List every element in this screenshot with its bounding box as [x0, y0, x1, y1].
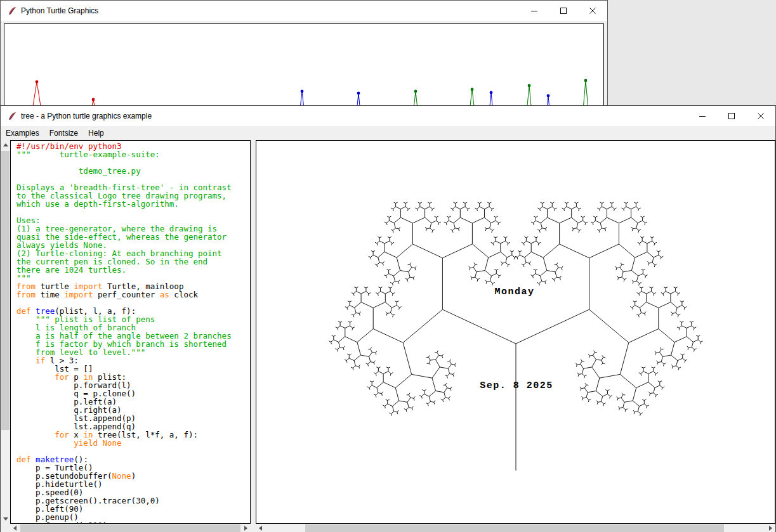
tree-demo-window: tree - a Python turtle graphics example …	[0, 105, 776, 532]
code-text[interactable]: #!/usr/bin/env python3""" turtle-example…	[10, 140, 251, 524]
maximize-icon	[728, 112, 735, 120]
code-vertical-scrollbar[interactable]	[1, 140, 10, 524]
maximize-button[interactable]	[549, 1, 578, 21]
code-horizontal-scrollbar[interactable]	[10, 524, 251, 532]
close-button[interactable]	[578, 1, 607, 21]
arrow-down-icon	[3, 517, 8, 521]
canvas-text: Sep. 8 2025	[480, 380, 553, 391]
scrollbar-thumb[interactable]	[1, 151, 10, 430]
maximize-button[interactable]	[717, 106, 746, 126]
close-icon	[757, 112, 765, 120]
minimize-button[interactable]	[688, 106, 717, 126]
pane-sash[interactable]	[251, 140, 256, 532]
arrow-up-icon	[3, 143, 8, 146]
scroll-right-button[interactable]	[241, 524, 251, 532]
arrow-right-icon	[769, 526, 772, 531]
fractal-tree-drawing	[256, 141, 775, 523]
code-line: yield None	[16, 439, 250, 447]
menu-fontsize[interactable]: Fontsize	[44, 126, 83, 140]
menu-examples[interactable]: Examples	[1, 126, 44, 140]
minimize-icon	[699, 112, 706, 120]
python-turtle-icon	[7, 6, 17, 16]
window-title: tree - a Python turtle graphics example	[21, 112, 152, 120]
code-line	[16, 208, 250, 216]
turtle-drawing-canvas: MondaySep. 8 2025	[256, 140, 775, 524]
maximize-icon	[560, 7, 567, 15]
titlebar[interactable]: tree - a Python turtle graphics example	[1, 106, 775, 126]
scrollbar-corner	[1, 524, 10, 532]
window-title: Python Turtle Graphics	[21, 6, 98, 15]
scroll-up-button[interactable]	[1, 140, 10, 150]
code-line: tdemo_tree.py	[16, 167, 250, 175]
arrow-right-icon	[244, 526, 247, 531]
menu-help[interactable]: Help	[83, 126, 109, 140]
code-line: there are 1024 turtles.	[16, 266, 250, 274]
code-line: from time import perf_counter as clock	[16, 290, 250, 299]
scroll-left-button[interactable]	[256, 524, 265, 532]
scroll-left-button[interactable]	[10, 524, 20, 532]
menubar: Examples Fontsize Help	[1, 126, 775, 140]
minimize-icon	[530, 7, 538, 15]
canvas-text: Monday	[494, 287, 534, 297]
minimize-button[interactable]	[520, 1, 549, 21]
close-icon	[589, 7, 596, 15]
arrow-left-icon	[259, 526, 262, 531]
arrow-left-icon	[13, 526, 16, 531]
canvas-horizontal-scrollbar[interactable]	[256, 524, 775, 532]
scrollbar-thumb[interactable]	[20, 524, 240, 532]
turtle-marks-drawing	[4, 24, 603, 108]
scrollbar-thumb[interactable]	[305, 524, 724, 532]
scroll-right-button[interactable]	[766, 524, 775, 532]
titlebar[interactable]: Python Turtle Graphics	[1, 1, 607, 21]
code-line: which use a depth-first-algorithm.	[16, 200, 250, 208]
close-button[interactable]	[746, 106, 775, 126]
python-turtle-icon	[7, 111, 17, 121]
scroll-down-button[interactable]	[1, 514, 10, 524]
code-line: """ turtle-example-suite:	[16, 150, 250, 159]
